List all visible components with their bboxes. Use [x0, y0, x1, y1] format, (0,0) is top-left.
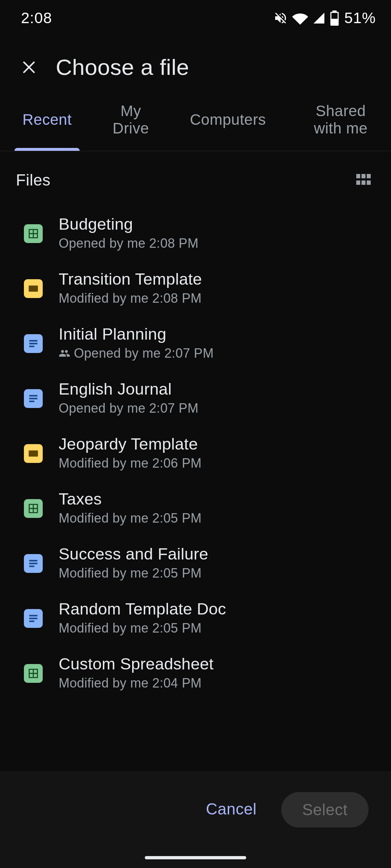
- svg-rect-19: [29, 615, 38, 616]
- status-bar: 2:08 51%: [0, 0, 391, 36]
- header: Choose a file: [0, 36, 391, 94]
- file-item[interactable]: Initial Planning Opened by me 2:07 PM: [0, 315, 391, 370]
- section-header: Files: [0, 151, 391, 202]
- svg-rect-10: [29, 343, 38, 344]
- file-name: English Journal: [59, 380, 198, 399]
- slides-icon: [24, 444, 43, 463]
- file-item[interactable]: Jeopardy Template Modified by me 2:06 PM: [0, 425, 391, 480]
- file-name: Taxes: [59, 490, 202, 509]
- tab-recent[interactable]: Recent: [14, 94, 80, 151]
- docs-icon: [24, 334, 43, 353]
- file-name: Transition Template: [59, 270, 202, 289]
- file-meta: Modified by me 2:05 PM: [59, 566, 202, 581]
- battery-text: 51%: [344, 9, 376, 27]
- tab-my-drive[interactable]: My Drive: [101, 94, 160, 151]
- file-meta: Opened by me 2:07 PM: [74, 346, 214, 361]
- file-text: English Journal Opened by me 2:07 PM: [59, 380, 198, 416]
- docs-icon: [24, 554, 43, 573]
- svg-rect-6: [367, 180, 371, 185]
- svg-rect-1: [356, 174, 360, 178]
- file-item[interactable]: Budgeting Opened by me 2:08 PM: [0, 205, 391, 260]
- cancel-button[interactable]: Cancel: [197, 792, 266, 826]
- svg-rect-8: [29, 286, 38, 292]
- file-text: Initial Planning Opened by me 2:07 PM: [59, 325, 214, 361]
- file-meta: Modified by me 2:06 PM: [59, 456, 202, 471]
- svg-rect-15: [29, 451, 38, 457]
- file-text: Transition Template Modified by me 2:08 …: [59, 270, 202, 306]
- sheets-icon: [24, 664, 43, 683]
- svg-rect-20: [29, 618, 38, 619]
- tab-computers[interactable]: Computers: [181, 94, 275, 151]
- svg-rect-9: [29, 340, 38, 341]
- file-name: Random Template Doc: [59, 600, 226, 618]
- file-meta: Modified by me 2:05 PM: [59, 621, 202, 636]
- docs-icon: [24, 609, 43, 628]
- svg-rect-17: [29, 563, 38, 564]
- file-text: Success and Failure Modified by me 2:05 …: [59, 545, 208, 581]
- select-button[interactable]: Select: [281, 792, 369, 827]
- slides-icon: [24, 279, 43, 298]
- wifi-icon: [292, 11, 308, 25]
- signal-icon: [312, 12, 325, 25]
- svg-rect-5: [362, 180, 366, 185]
- svg-rect-14: [29, 401, 34, 402]
- file-text: Budgeting Opened by me 2:08 PM: [59, 215, 198, 251]
- svg-rect-4: [356, 180, 360, 185]
- file-item[interactable]: English Journal Opened by me 2:07 PM: [0, 370, 391, 425]
- svg-rect-2: [362, 174, 366, 178]
- status-right: 51%: [273, 9, 376, 27]
- close-icon: [20, 59, 38, 76]
- svg-rect-0: [331, 13, 337, 19]
- tab-shared-with-me[interactable]: Shared with me: [295, 94, 377, 151]
- file-item[interactable]: Custom Spreadsheet Modified by me 2:04 P…: [0, 645, 391, 700]
- docs-icon: [24, 389, 43, 408]
- footer: Cancel Select: [0, 771, 391, 868]
- file-text: Random Template Doc Modified by me 2:05 …: [59, 600, 226, 636]
- file-text: Custom Spreadsheet Modified by me 2:04 P…: [59, 655, 214, 691]
- sheets-icon: [24, 224, 43, 243]
- grid-view-toggle[interactable]: [353, 170, 374, 190]
- file-meta: Modified by me 2:04 PM: [59, 676, 202, 691]
- file-name: Initial Planning: [59, 325, 214, 344]
- file-meta: Opened by me 2:07 PM: [59, 401, 198, 416]
- status-time: 2:08: [21, 9, 52, 27]
- svg-rect-12: [29, 395, 38, 396]
- file-text: Jeopardy Template Modified by me 2:06 PM: [59, 435, 202, 471]
- file-meta: Opened by me 2:08 PM: [59, 236, 198, 251]
- file-item[interactable]: Random Template Doc Modified by me 2:05 …: [0, 590, 391, 645]
- mute-icon: [273, 11, 288, 25]
- close-button[interactable]: [17, 56, 41, 79]
- svg-rect-16: [29, 560, 38, 561]
- battery-icon: [330, 10, 339, 26]
- shared-icon: [59, 348, 70, 359]
- svg-rect-18: [29, 566, 34, 567]
- sheets-icon: [24, 499, 43, 518]
- tabs: Recent My Drive Computers Shared with me: [0, 94, 391, 151]
- section-title: Files: [16, 171, 50, 189]
- file-name: Budgeting: [59, 215, 198, 234]
- svg-rect-11: [29, 346, 34, 347]
- file-meta: Modified by me 2:05 PM: [59, 511, 202, 526]
- file-list: Budgeting Opened by me 2:08 PM Transitio…: [0, 202, 391, 700]
- file-meta: Modified by me 2:08 PM: [59, 291, 202, 306]
- grid-icon: [355, 171, 372, 190]
- svg-rect-21: [29, 621, 34, 622]
- file-name: Jeopardy Template: [59, 435, 202, 454]
- svg-rect-3: [367, 174, 371, 178]
- file-text: Taxes Modified by me 2:05 PM: [59, 490, 202, 526]
- file-item[interactable]: Taxes Modified by me 2:05 PM: [0, 480, 391, 535]
- file-item[interactable]: Success and Failure Modified by me 2:05 …: [0, 535, 391, 590]
- file-name: Custom Spreadsheet: [59, 655, 214, 673]
- file-name: Success and Failure: [59, 545, 208, 563]
- svg-rect-13: [29, 398, 38, 399]
- nav-handle[interactable]: [145, 856, 246, 859]
- file-item[interactable]: Transition Template Modified by me 2:08 …: [0, 260, 391, 315]
- page-title: Choose a file: [56, 54, 189, 80]
